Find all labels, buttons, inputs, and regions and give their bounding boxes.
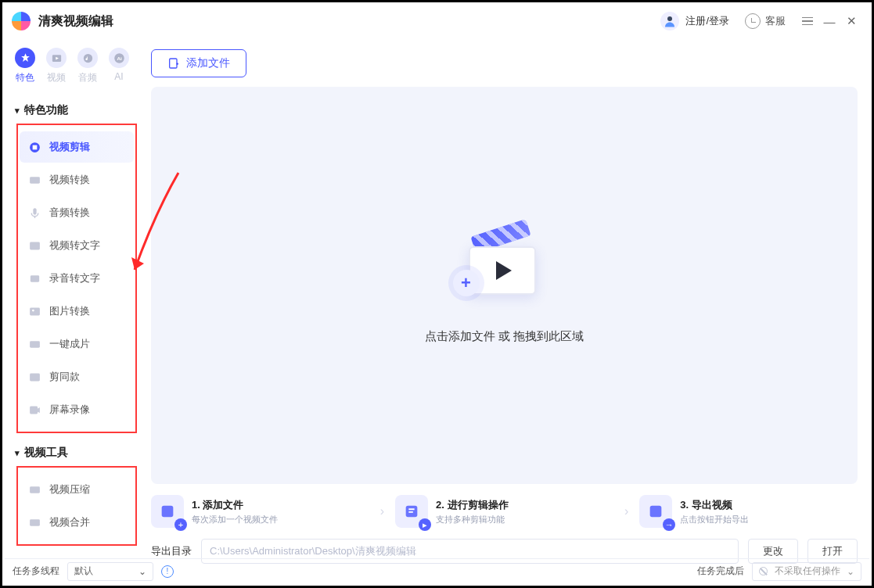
svg-rect-13 bbox=[30, 341, 40, 348]
tab-label: 音频 bbox=[78, 71, 97, 84]
svg-point-2 bbox=[83, 53, 92, 62]
tab-ai[interactable]: Ai AI bbox=[109, 48, 129, 84]
video-text-icon bbox=[27, 238, 41, 253]
tab-featured[interactable]: 特色 bbox=[15, 48, 35, 84]
chevron-right-icon: › bbox=[376, 504, 389, 518]
svg-rect-15 bbox=[30, 406, 38, 414]
app-logo-icon bbox=[12, 12, 31, 30]
sidebar-item-video-edit[interactable]: 视频剪辑 bbox=[20, 131, 134, 163]
sidebar-item-label: 图片转换 bbox=[49, 304, 90, 318]
section-featured: ▾ 特色功能 视频剪辑 视频转换 音频转换 视频转文字 bbox=[9, 100, 142, 433]
svg-rect-6 bbox=[32, 145, 37, 149]
svg-rect-19 bbox=[162, 506, 174, 518]
service-icon bbox=[745, 13, 761, 29]
add-file-button[interactable]: 添加文件 bbox=[151, 49, 246, 77]
tab-audio[interactable]: 音频 bbox=[77, 48, 98, 84]
sidebar-item-label: 视频转换 bbox=[49, 173, 90, 187]
magic-icon bbox=[27, 337, 41, 351]
sidebar-item-same-style[interactable]: 剪同款 bbox=[20, 361, 134, 393]
merge-icon bbox=[27, 515, 41, 529]
threads-value: 默认 bbox=[74, 565, 93, 578]
sidebar-item-image-convert[interactable]: 图片转换 bbox=[20, 296, 134, 327]
convert-icon bbox=[27, 173, 41, 187]
svg-rect-21 bbox=[650, 506, 662, 518]
step-1: + 1. 添加文件 每次添加一个视频文件 bbox=[151, 495, 369, 528]
section-video-tools: ▾ 视频工具 视频压缩 视频合并 bbox=[9, 443, 142, 546]
drop-zone[interactable]: + 点击添加文件 或 拖拽到此区域 bbox=[151, 87, 858, 484]
svg-rect-8 bbox=[33, 208, 36, 215]
sidebar-item-merge[interactable]: 视频合并 bbox=[20, 507, 134, 538]
svg-rect-9 bbox=[30, 242, 40, 249]
svg-rect-11 bbox=[30, 307, 40, 315]
service-link[interactable]: 客服 bbox=[745, 13, 786, 29]
sidebar-item-label: 视频转文字 bbox=[49, 238, 100, 253]
caret-down-icon: ▾ bbox=[15, 448, 20, 458]
svg-rect-10 bbox=[30, 275, 38, 282]
featured-menu: 视频剪辑 视频转换 音频转换 视频转文字 录音转文字 bbox=[16, 124, 137, 433]
video-icon bbox=[46, 48, 67, 68]
section-header[interactable]: ▾ 视频工具 bbox=[9, 443, 142, 463]
sidebar-item-video-to-text[interactable]: 视频转文字 bbox=[20, 230, 134, 261]
tab-label: 视频 bbox=[47, 71, 66, 84]
minimize-button[interactable]: — bbox=[818, 10, 840, 32]
chevron-right-icon: › bbox=[620, 504, 633, 518]
sidebar-item-label: 视频剪辑 bbox=[49, 140, 90, 154]
title-bar: 清爽视频编辑 注册/登录 客服 — ✕ bbox=[2, 2, 872, 40]
service-label: 客服 bbox=[765, 14, 786, 28]
sidebar-item-label: 一键成片 bbox=[49, 337, 90, 351]
mic-icon bbox=[27, 206, 41, 220]
tab-video[interactable]: 视频 bbox=[46, 48, 67, 84]
close-button[interactable]: ✕ bbox=[840, 10, 862, 32]
no-action-icon bbox=[759, 567, 768, 575]
step-title: 3. 导出视频 bbox=[680, 498, 749, 512]
steps-row: + 1. 添加文件 每次添加一个视频文件 › ▸ 2. 进行剪辑操作 支持多种剪… bbox=[151, 495, 858, 528]
ai-icon: Ai bbox=[109, 48, 129, 68]
svg-rect-17 bbox=[30, 519, 40, 526]
image-icon bbox=[27, 304, 41, 318]
tab-label: 特色 bbox=[16, 71, 34, 84]
add-file-icon bbox=[167, 57, 180, 70]
threads-label: 任务多线程 bbox=[13, 565, 59, 578]
record-icon bbox=[27, 403, 41, 417]
avatar-icon bbox=[660, 12, 679, 30]
chevron-down-icon: ⌄ bbox=[138, 566, 146, 577]
sidebar-item-video-convert[interactable]: 视频转换 bbox=[20, 164, 134, 195]
step-title: 1. 添加文件 bbox=[192, 498, 278, 512]
video-tools-menu: 视频压缩 视频合并 bbox=[16, 466, 137, 546]
add-file-label: 添加文件 bbox=[186, 56, 230, 70]
threads-select[interactable]: 默认 ⌄ bbox=[67, 562, 153, 581]
sidebar-item-label: 视频压缩 bbox=[49, 482, 90, 497]
sidebar-item-screen-record[interactable]: 屏幕录像 bbox=[20, 394, 134, 425]
step-2: ▸ 2. 进行剪辑操作 支持多种剪辑功能 bbox=[395, 495, 613, 528]
step-subtitle: 点击按钮开始导出 bbox=[680, 514, 749, 525]
template-icon bbox=[27, 370, 41, 384]
compress-icon bbox=[27, 482, 41, 497]
sidebar-item-audio-to-text[interactable]: 录音转文字 bbox=[20, 263, 134, 294]
section-title: 视频工具 bbox=[24, 446, 68, 460]
post-action-select[interactable]: 不采取任何操作 ⌄ bbox=[752, 562, 861, 581]
chevron-down-icon: ⌄ bbox=[847, 566, 854, 577]
dropzone-text: 点击添加文件 或 拖拽到此区域 bbox=[425, 329, 584, 344]
sidebar-item-one-click[interactable]: 一键成片 bbox=[20, 328, 134, 360]
section-header[interactable]: ▾ 特色功能 bbox=[9, 100, 142, 120]
tab-label: AI bbox=[114, 71, 123, 82]
sidebar-item-compress[interactable]: 视频压缩 bbox=[20, 474, 134, 505]
caret-down-icon: ▾ bbox=[15, 106, 20, 116]
step-export-icon: → bbox=[639, 495, 672, 528]
sidebar-item-label: 剪同款 bbox=[49, 370, 80, 384]
info-icon[interactable]: ! bbox=[161, 565, 174, 578]
sidebar-item-audio-convert[interactable]: 音频转换 bbox=[20, 197, 134, 228]
sidebar-item-label: 视频合并 bbox=[49, 515, 90, 529]
login-link[interactable]: 注册/登录 bbox=[685, 14, 729, 28]
main-content: 添加文件 + 点击添加文件 或 拖拽到此区域 + 1. 添加文件 每次添加一个视… bbox=[142, 40, 872, 564]
svg-rect-16 bbox=[30, 486, 40, 493]
step-subtitle: 每次添加一个视频文件 bbox=[192, 514, 278, 525]
audio-icon bbox=[77, 48, 98, 68]
app-title: 清爽视频编辑 bbox=[38, 13, 113, 30]
svg-rect-7 bbox=[30, 177, 40, 184]
sidebar-item-label: 音频转换 bbox=[49, 206, 90, 220]
done-label: 任务完成后 bbox=[697, 565, 744, 578]
menu-button[interactable] bbox=[797, 10, 818, 32]
rec-text-icon bbox=[27, 271, 41, 285]
svg-point-12 bbox=[31, 309, 34, 311]
